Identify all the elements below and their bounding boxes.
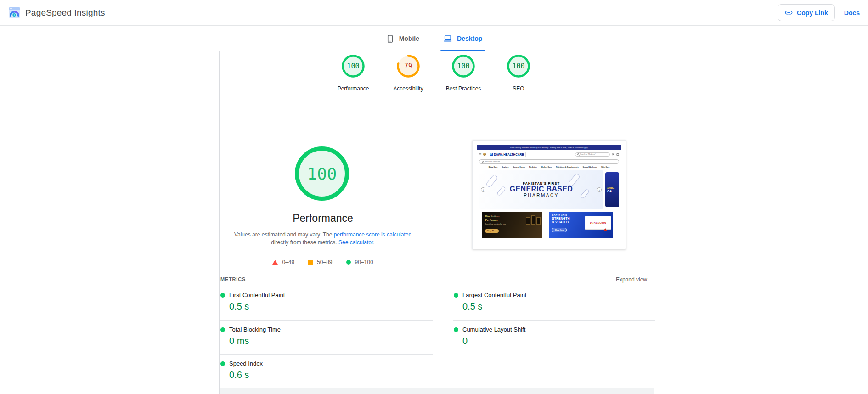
performance-title: Performance bbox=[231, 212, 415, 225]
metric-name: Speed Index bbox=[229, 360, 263, 367]
performance-score-gauge: 100 bbox=[295, 146, 349, 201]
site-account-icon bbox=[612, 153, 614, 156]
tab-desktop-label: Desktop bbox=[457, 35, 482, 42]
tab-desktop[interactable]: Desktop bbox=[443, 26, 482, 51]
capsule-decoration bbox=[580, 189, 590, 199]
product-triangle-logo bbox=[603, 228, 607, 231]
performance-description: Values are estimated and may vary. The p… bbox=[230, 231, 416, 247]
site-nav-item: Skin Care bbox=[601, 166, 609, 168]
site-nav-item: General Items bbox=[513, 166, 525, 168]
promo-cta: Shop Now bbox=[552, 228, 567, 232]
site-nav-item: Devices bbox=[502, 166, 508, 168]
metric-pass-dot-icon bbox=[454, 327, 458, 332]
link-icon bbox=[784, 8, 793, 17]
capsule-decoration bbox=[568, 173, 581, 187]
site-brand-name: DAWA HEALTHCARE bbox=[494, 153, 524, 156]
site-nav-item: Sexual Wellness bbox=[583, 166, 597, 168]
desktop-laptop-icon bbox=[443, 34, 452, 43]
app-title: PageSpeed Insights bbox=[25, 8, 105, 18]
metric-pass-dot-icon bbox=[454, 293, 458, 298]
hero-line-3: PHARMACY bbox=[524, 193, 559, 198]
copy-link-button[interactable]: Copy Link bbox=[778, 4, 835, 21]
site-nav: Baby Care Devices General Items Medicine… bbox=[477, 164, 621, 170]
gauge-ring: 100 bbox=[452, 55, 475, 78]
next-section-strip bbox=[220, 388, 654, 394]
pass-circle-icon bbox=[346, 260, 351, 265]
product-name: VITAGLOBIN bbox=[590, 221, 606, 224]
metrics-section-label: METRICS bbox=[220, 276, 246, 282]
metric-value: 0.6 s bbox=[229, 370, 423, 380]
metrics-divider bbox=[453, 286, 655, 286]
metric-name: Largest Contentful Paint bbox=[462, 292, 526, 298]
metrics-divider bbox=[453, 320, 655, 321]
gauge-score: 100 bbox=[342, 55, 365, 78]
metric-largest-contentful-paint: Largest Contentful Paint 0.5 s bbox=[454, 292, 656, 312]
hero-line-2: GENERIC BASED bbox=[510, 186, 573, 193]
capsule-decoration bbox=[485, 174, 498, 188]
docs-link[interactable]: Docs bbox=[844, 9, 860, 17]
mobile-phone-icon bbox=[386, 34, 395, 43]
site-nav-item: Mother Care bbox=[541, 166, 552, 168]
desc-text-2: directly from these metrics. bbox=[271, 239, 338, 246]
legend-pass: 90–100 bbox=[346, 259, 373, 265]
legend-pass-range: 90–100 bbox=[355, 259, 373, 265]
gauge-label: Accessibility bbox=[393, 85, 423, 92]
page: PageSpeed Insights Copy Link Docs bbox=[0, 0, 868, 394]
site-header-search: Search for "Medicine" bbox=[575, 152, 610, 157]
metric-value: 0 bbox=[462, 336, 656, 346]
site-promos: Bin Sultan Perfumes Scent that speaks fo… bbox=[482, 212, 616, 238]
header-actions: Copy Link Docs bbox=[778, 4, 860, 21]
expand-view-button[interactable]: Expand view bbox=[616, 276, 647, 283]
legend-average: 50–89 bbox=[308, 259, 332, 265]
product-box-image: VITAGLOBIN bbox=[585, 216, 611, 230]
see-calculator-link[interactable]: See calculator. bbox=[338, 239, 375, 246]
site-cart-icon bbox=[616, 153, 619, 156]
gauge-ring: 100 bbox=[342, 55, 365, 78]
carousel-next-icon: › bbox=[597, 187, 602, 192]
metric-value: 0 ms bbox=[229, 336, 423, 346]
desc-text-1: Values are estimated and may vary. The bbox=[234, 231, 334, 238]
legend-fail: 0–49 bbox=[272, 259, 294, 265]
gauge-label: SEO bbox=[513, 85, 524, 92]
promo-subtitle: Scent that speaks for you bbox=[485, 223, 513, 225]
perfume-bottles-image bbox=[526, 215, 541, 225]
site-header: ≡ D DAWA HEALTHCARE Search for "Medicine… bbox=[477, 150, 621, 158]
promo-cta: Shop Now bbox=[485, 229, 499, 233]
metric-value: 0.5 s bbox=[229, 301, 423, 312]
site-badge-icon bbox=[483, 153, 486, 156]
gauge-ring: 100 bbox=[507, 55, 530, 78]
performance-calc-link[interactable]: performance score is calculated bbox=[334, 231, 411, 238]
site-promo-vitaglobin: BOOST YOUR STRENGTH & VITALITY Shop Now … bbox=[549, 212, 613, 238]
site-hero-banner: PAKISTAN'S FIRST GENERIC BASED PHARMACY … bbox=[479, 170, 603, 209]
gauge-ring: 79 bbox=[397, 55, 420, 78]
page-screenshot-thumbnail[interactable]: Free Delivery on orders placed by 9:00 M… bbox=[472, 140, 626, 249]
search-icon bbox=[577, 153, 579, 155]
summary-gauge-performance[interactable]: 100 Performance bbox=[326, 55, 381, 92]
summary-gauge-best-practices[interactable]: 100 Best Practices bbox=[436, 55, 491, 92]
capsule-decoration bbox=[496, 186, 506, 197]
copy-link-label: Copy Link bbox=[797, 9, 828, 17]
average-square-icon bbox=[308, 260, 313, 265]
metric-pass-dot-icon bbox=[220, 361, 225, 366]
tab-active-underline bbox=[440, 50, 485, 51]
summary-gauge-seo[interactable]: 100 SEO bbox=[491, 55, 546, 92]
section-divider bbox=[220, 101, 654, 101]
site-search-bar: Search for "Medicine" bbox=[479, 159, 619, 164]
gauge-score: 100 bbox=[452, 55, 475, 78]
report-card: 100 Performance 79 Accessibility bbox=[219, 51, 654, 394]
metric-value: 0.5 s bbox=[462, 301, 656, 312]
site-nav-item: Nutritions & Supplements bbox=[556, 166, 579, 168]
site-logo-icon: D bbox=[490, 153, 493, 156]
metric-pass-dot-icon bbox=[220, 327, 225, 332]
metric-name: First Contentful Paint bbox=[229, 292, 285, 298]
carousel-prev-icon: ‹ bbox=[481, 187, 485, 192]
site-promo-perfume: Bin Sultan Perfumes Scent that speaks fo… bbox=[482, 212, 542, 238]
search-icon bbox=[482, 161, 484, 163]
metric-total-blocking-time: Total Blocking Time 0 ms bbox=[220, 326, 423, 346]
site-announcement-bar: Free Delivery on orders placed by 9:00 M… bbox=[477, 145, 621, 150]
metrics-divider bbox=[220, 320, 433, 321]
tab-mobile[interactable]: Mobile bbox=[386, 26, 419, 51]
summary-gauge-accessibility[interactable]: 79 Accessibility bbox=[381, 55, 436, 92]
metric-cumulative-layout-shift: Cumulative Layout Shift 0 bbox=[454, 326, 656, 346]
gauge-label: Best Practices bbox=[446, 85, 481, 92]
